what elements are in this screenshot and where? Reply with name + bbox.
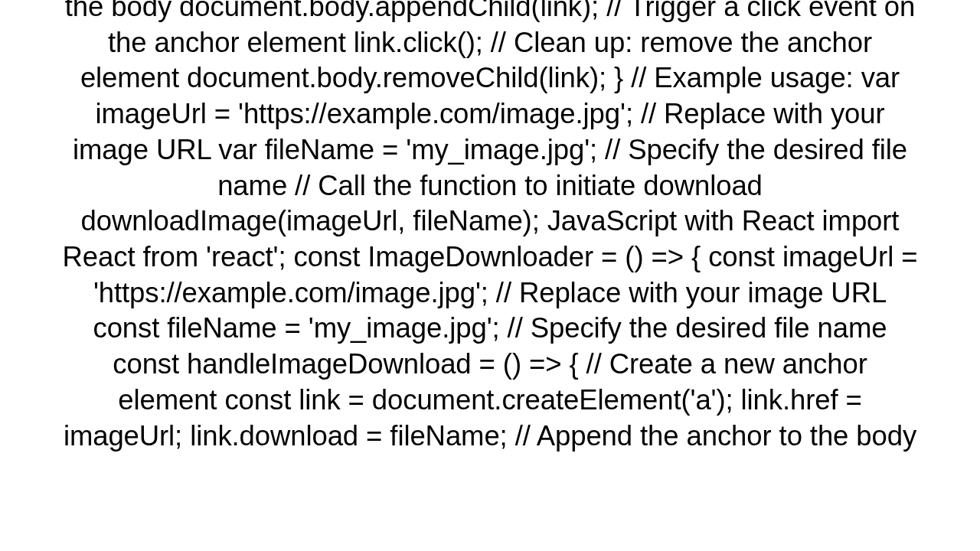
code-text-block: the body document.body.appendChild(link)… xyxy=(61,0,919,454)
page-container: the body document.body.appendChild(link)… xyxy=(0,0,980,551)
